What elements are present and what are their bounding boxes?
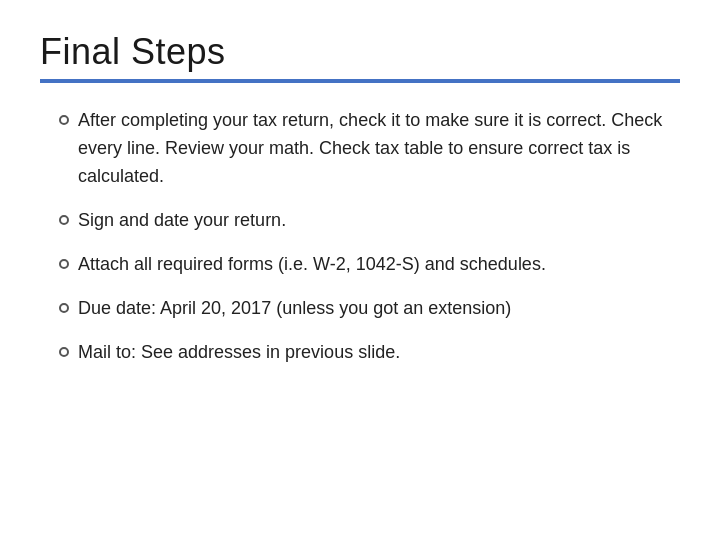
bullet-text-3: Attach all required forms (i.e. W-2, 104… bbox=[78, 251, 670, 279]
bullet-circle-icon bbox=[59, 347, 69, 357]
slide-title: Final Steps bbox=[40, 30, 680, 73]
title-underline bbox=[40, 79, 680, 83]
list-item: After completing your tax return, check … bbox=[50, 107, 670, 191]
bullet-text-1: After completing your tax return, check … bbox=[78, 107, 670, 191]
bullet-marker-2 bbox=[50, 207, 78, 225]
list-item: Sign and date your return. bbox=[50, 207, 670, 235]
bullet-text-4: Due date: April 20, 2017 (unless you got… bbox=[78, 295, 670, 323]
bullet-marker-4 bbox=[50, 295, 78, 313]
bullet-circle-icon bbox=[59, 303, 69, 313]
list-item: Due date: April 20, 2017 (unless you got… bbox=[50, 295, 670, 323]
bullet-circle-icon bbox=[59, 115, 69, 125]
slide: Final Steps After completing your tax re… bbox=[0, 0, 720, 540]
bullet-list: After completing your tax return, check … bbox=[50, 107, 670, 366]
content-area: After completing your tax return, check … bbox=[40, 107, 680, 366]
bullet-marker-3 bbox=[50, 251, 78, 269]
bullet-text-5: Mail to: See addresses in previous slide… bbox=[78, 339, 670, 367]
bullet-text-2: Sign and date your return. bbox=[78, 207, 670, 235]
title-area: Final Steps bbox=[40, 30, 680, 83]
list-item: Attach all required forms (i.e. W-2, 104… bbox=[50, 251, 670, 279]
bullet-circle-icon bbox=[59, 215, 69, 225]
bullet-marker-1 bbox=[50, 107, 78, 125]
list-item: Mail to: See addresses in previous slide… bbox=[50, 339, 670, 367]
bullet-circle-icon bbox=[59, 259, 69, 269]
bullet-marker-5 bbox=[50, 339, 78, 357]
